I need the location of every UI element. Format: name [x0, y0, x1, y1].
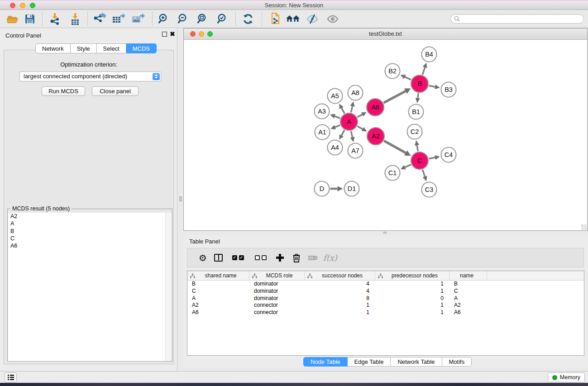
- tab-style[interactable]: Style: [71, 43, 97, 53]
- graph-node-C2[interactable]: C2: [407, 124, 422, 139]
- function-builder-icon[interactable]: f(x): [318, 250, 337, 266]
- minimize-window-button[interactable]: [20, 3, 25, 8]
- memory-button[interactable]: Memory: [548, 372, 585, 382]
- close-panel-button[interactable]: Close panel: [92, 86, 139, 96]
- column-header-MCDS-role[interactable]: MCDS role: [249, 271, 305, 280]
- optimization-criterion-dropdown[interactable]: largest connected component (directed): [19, 71, 161, 81]
- zoom-selected-icon[interactable]: [215, 11, 231, 27]
- tab-edge-table[interactable]: Edge Table: [348, 357, 391, 367]
- cell[interactable]: A2: [449, 302, 487, 309]
- graph-node-B[interactable]: B: [411, 75, 428, 92]
- refresh-icon[interactable]: [240, 11, 256, 27]
- tab-select[interactable]: Select: [97, 43, 126, 53]
- settings-gear-icon[interactable]: ⚙: [187, 250, 210, 266]
- cell[interactable]: 4: [305, 281, 375, 288]
- graph-edge-B-B1[interactable]: [418, 93, 418, 98]
- graph-node-B3[interactable]: B3: [441, 82, 456, 97]
- result-item[interactable]: C: [8, 235, 172, 242]
- graph-edge-A-A6[interactable]: [357, 114, 362, 117]
- cell[interactable]: connector: [249, 302, 305, 309]
- graph-node-A[interactable]: A: [340, 113, 358, 130]
- result-item[interactable]: B: [8, 228, 172, 235]
- graph-edge-A-A1[interactable]: [335, 125, 340, 127]
- task-history-button[interactable]: [5, 372, 17, 382]
- result-list-scrollbar[interactable]: [165, 213, 172, 361]
- open-session-icon[interactable]: [5, 11, 21, 27]
- graph-edge-A-A4[interactable]: [342, 130, 344, 135]
- graph-node-A7[interactable]: A7: [348, 143, 363, 158]
- column-header-name[interactable]: name: [449, 271, 487, 280]
- graph-edge-C-C3[interactable]: [423, 170, 425, 176]
- graph-node-A3[interactable]: A3: [315, 104, 330, 119]
- table-row-B[interactable]: Bdominator41B: [187, 281, 584, 288]
- graph-node-D[interactable]: D: [315, 181, 330, 196]
- graph-edge-A-A2[interactable]: [357, 126, 363, 129]
- cell[interactable]: 1: [375, 288, 449, 295]
- zoom-out-icon[interactable]: [175, 11, 191, 27]
- add-column-icon[interactable]: [276, 250, 284, 266]
- network-zoom-button[interactable]: [207, 31, 213, 37]
- column-header-shared-name[interactable]: shared name: [187, 271, 249, 280]
- cell[interactable]: 1: [305, 302, 375, 309]
- show-visibility-icon[interactable]: [325, 11, 341, 27]
- zoom-window-button[interactable]: [30, 3, 35, 8]
- tab-motifs[interactable]: Motifs: [442, 357, 472, 367]
- cell[interactable]: B: [449, 281, 487, 288]
- deselect-all-columns-icon[interactable]: [254, 250, 268, 266]
- graph-edge-A-A7[interactable]: [351, 131, 352, 138]
- network-canvas[interactable]: AA1A3A5A8A4A7A6A2BB1B2B3B4CC1C2C3C4DD1: [184, 40, 587, 230]
- cell[interactable]: 0: [375, 295, 449, 302]
- cell[interactable]: C: [449, 288, 487, 295]
- window-resize-grip[interactable]: [581, 224, 587, 230]
- export-network-icon[interactable]: [91, 11, 107, 27]
- result-item[interactable]: A6: [8, 242, 172, 249]
- cell[interactable]: B: [187, 281, 249, 288]
- close-window-button[interactable]: [10, 3, 15, 8]
- zoom-in-icon[interactable]: [156, 11, 172, 27]
- network-from-file-icon[interactable]: [267, 11, 283, 27]
- graph-edge-C-C2[interactable]: [417, 145, 418, 151]
- cell[interactable]: C: [187, 288, 249, 295]
- horizontal-scrollbar-remnant[interactable]: [383, 232, 387, 234]
- graph-node-C3[interactable]: C3: [422, 182, 437, 197]
- column-header-predecessor-nodes[interactable]: predecessor nodes: [375, 271, 449, 280]
- graph-edge-A6-B[interactable]: [384, 91, 406, 103]
- result-item[interactable]: A2: [8, 213, 172, 220]
- close-panel-icon[interactable]: ✖: [170, 30, 175, 38]
- table-row-C[interactable]: Cdominator41C: [187, 288, 584, 295]
- graph-edge-C-C4[interactable]: [429, 157, 435, 159]
- export-image-icon[interactable]: [129, 11, 146, 27]
- graph-edge-C-C1[interactable]: [405, 165, 411, 167]
- cell[interactable]: A6: [187, 309, 249, 316]
- table-row-A6[interactable]: A6connector11A6: [187, 309, 584, 316]
- import-table-icon[interactable]: [67, 11, 83, 27]
- cell[interactable]: 1: [305, 309, 375, 316]
- table-row-A2[interactable]: A2connector11A2: [187, 302, 584, 309]
- import-network-icon[interactable]: [47, 11, 63, 27]
- graph-node-A2[interactable]: A2: [367, 128, 384, 145]
- graph-node-A5[interactable]: A5: [328, 89, 343, 104]
- cell[interactable]: A: [449, 295, 487, 302]
- graph-edge-B-B2[interactable]: [405, 77, 411, 80]
- export-table-icon[interactable]: [110, 11, 126, 27]
- graph-node-A6[interactable]: A6: [367, 99, 384, 116]
- graph-node-B1[interactable]: B1: [409, 105, 424, 119]
- graph-node-D1[interactable]: D1: [344, 181, 359, 196]
- float-panel-icon[interactable]: [162, 32, 167, 37]
- graph-edge-A-A5[interactable]: [342, 108, 344, 114]
- search-input[interactable]: [462, 16, 583, 22]
- tab-network-table[interactable]: Network Table: [391, 357, 442, 367]
- search-field[interactable]: [450, 14, 584, 24]
- graph-node-B2[interactable]: B2: [385, 64, 400, 79]
- tab-node-table[interactable]: Node Table: [303, 357, 348, 367]
- cell[interactable]: dominator: [249, 295, 305, 302]
- cell[interactable]: A6: [449, 309, 487, 316]
- cell[interactable]: dominator: [249, 281, 305, 288]
- graph-edge-B-B3[interactable]: [429, 86, 435, 87]
- cell[interactable]: 8: [305, 295, 375, 302]
- graph-node-C4[interactable]: C4: [441, 148, 456, 162]
- delete-column-trash-icon[interactable]: [292, 250, 301, 266]
- network-close-button[interactable]: [190, 31, 196, 37]
- delete-table-icon[interactable]: [308, 250, 318, 266]
- cell[interactable]: connector: [249, 309, 305, 316]
